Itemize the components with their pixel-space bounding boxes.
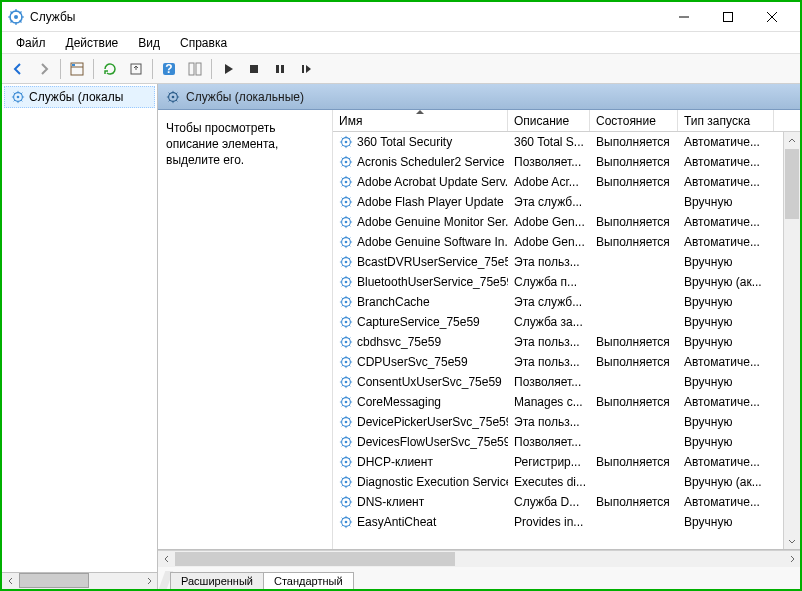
table-row[interactable]: Adobe Flash Player Update ...Эта служб..… <box>333 192 800 212</box>
show-hide-button[interactable] <box>183 57 207 81</box>
table-row[interactable]: CDPUserSvc_75e59Эта польз...ВыполняетсяА… <box>333 352 800 372</box>
cell-desc: Manages c... <box>508 395 590 409</box>
col-name[interactable]: Имя <box>333 110 508 131</box>
svg-point-31 <box>345 221 348 224</box>
svg-rect-17 <box>302 65 304 73</box>
cell-startup: Вручную <box>678 295 774 309</box>
table-row[interactable]: Adobe Genuine Monitor Ser...Adobe Gen...… <box>333 212 800 232</box>
svg-point-55 <box>345 461 348 464</box>
cell-name: CoreMessaging <box>333 395 508 409</box>
start-button[interactable] <box>216 57 240 81</box>
table-row[interactable]: ConsentUxUserSvc_75e59Позволяет...Вручну… <box>333 372 800 392</box>
table-row[interactable]: BranchCacheЭта служб...Вручную <box>333 292 800 312</box>
menu-view[interactable]: Вид <box>128 34 170 52</box>
cell-desc: 360 Total S... <box>508 135 590 149</box>
cell-state: Выполняется <box>590 155 678 169</box>
scroll-thumb[interactable] <box>175 552 455 566</box>
cell-desc: Эта польз... <box>508 335 590 349</box>
cell-startup: Автоматиче... <box>678 395 774 409</box>
scroll-track[interactable] <box>175 551 783 567</box>
table-row[interactable]: BcastDVRUserService_75e59Эта польз...Вру… <box>333 252 800 272</box>
scroll-left-icon[interactable] <box>158 551 175 567</box>
cell-name: 360 Total Security <box>333 135 508 149</box>
table-row[interactable]: Diagnostic Execution ServiceExecutes di.… <box>333 472 800 492</box>
window-title: Службы <box>30 10 662 24</box>
horizontal-scrollbar[interactable] <box>158 550 800 567</box>
table-row[interactable]: CoreMessagingManages c...ВыполняетсяАвто… <box>333 392 800 412</box>
gear-icon <box>339 515 353 529</box>
scroll-right-icon[interactable] <box>783 551 800 567</box>
minimize-button[interactable] <box>662 2 706 32</box>
pause-button[interactable] <box>268 57 292 81</box>
properties-button[interactable] <box>65 57 89 81</box>
view-tabs: Расширенный Стандартный <box>158 567 800 589</box>
category-title: Службы (локальные) <box>186 90 304 104</box>
cell-state: Выполняется <box>590 215 678 229</box>
export-button[interactable] <box>124 57 148 81</box>
table-row[interactable]: cbdhsvc_75e59Эта польз...ВыполняетсяВруч… <box>333 332 800 352</box>
restart-button[interactable] <box>294 57 318 81</box>
column-headers: Имя Описание Состояние Тип запуска <box>333 110 800 132</box>
stop-button[interactable] <box>242 57 266 81</box>
scroll-right-icon[interactable] <box>140 573 157 589</box>
menu-help[interactable]: Справка <box>170 34 237 52</box>
cell-desc: Служба п... <box>508 275 590 289</box>
table-row[interactable]: Adobe Acrobat Update Serv...Adobe Acr...… <box>333 172 800 192</box>
col-state[interactable]: Состояние <box>590 110 678 131</box>
gear-icon <box>11 90 25 104</box>
table-row[interactable]: DNS-клиентСлужба D...ВыполняетсяАвтомати… <box>333 492 800 512</box>
table-row[interactable]: EasyAntiCheatProvides in...Вручную <box>333 512 800 532</box>
gear-icon <box>339 455 353 469</box>
table-row[interactable]: CaptureService_75e59Служба за...Вручную <box>333 312 800 332</box>
cell-desc: Позволяет... <box>508 375 590 389</box>
table-row[interactable]: 360 Total Security360 Total S...Выполняе… <box>333 132 800 152</box>
scroll-thumb[interactable] <box>785 149 799 219</box>
scroll-left-icon[interactable] <box>2 573 19 589</box>
tree-root-item[interactable]: Службы (локалы <box>4 86 155 108</box>
svg-point-41 <box>345 321 348 324</box>
svg-rect-8 <box>72 64 75 66</box>
svg-rect-3 <box>724 12 733 21</box>
scroll-up-icon[interactable] <box>784 132 800 149</box>
toolbar: ? <box>2 54 800 84</box>
maximize-button[interactable] <box>706 2 750 32</box>
table-row[interactable]: Adobe Genuine Software In...Adobe Gen...… <box>333 232 800 252</box>
svg-point-19 <box>17 96 20 99</box>
scroll-thumb[interactable] <box>19 573 89 588</box>
refresh-button[interactable] <box>98 57 122 81</box>
table-row[interactable]: DevicesFlowUserSvc_75e59Позволяет...Вруч… <box>333 432 800 452</box>
cell-name: CaptureService_75e59 <box>333 315 508 329</box>
cell-name: Adobe Genuine Software In... <box>333 235 508 249</box>
forward-button[interactable] <box>32 57 56 81</box>
cell-startup: Вручную <box>678 195 774 209</box>
tree-hscroll[interactable] <box>2 572 157 589</box>
gear-icon <box>339 275 353 289</box>
svg-point-35 <box>345 261 348 264</box>
help-button[interactable]: ? <box>157 57 181 81</box>
cell-desc: Provides in... <box>508 515 590 529</box>
services-list: Имя Описание Состояние Тип запуска 360 T… <box>333 110 800 549</box>
svg-text:?: ? <box>165 62 172 76</box>
table-row[interactable]: Acronis Scheduler2 ServiceПозволяет...Вы… <box>333 152 800 172</box>
close-button[interactable] <box>750 2 794 32</box>
table-row[interactable]: DHCP-клиентРегистрир...ВыполняетсяАвтома… <box>333 452 800 472</box>
menu-action[interactable]: Действие <box>56 34 129 52</box>
back-button[interactable] <box>6 57 30 81</box>
scroll-track[interactable] <box>784 149 800 532</box>
cell-name: cbdhsvc_75e59 <box>333 335 508 349</box>
col-description[interactable]: Описание <box>508 110 590 131</box>
col-startup[interactable]: Тип запуска <box>678 110 774 131</box>
scroll-down-icon[interactable] <box>784 532 800 549</box>
cell-startup: Вручную <box>678 315 774 329</box>
tab-extended[interactable]: Расширенный <box>170 572 264 589</box>
menu-file[interactable]: Файл <box>6 34 56 52</box>
cell-desc: Эта польз... <box>508 255 590 269</box>
svg-point-37 <box>345 281 348 284</box>
table-row[interactable]: BluetoothUserService_75e59Служба п...Вру… <box>333 272 800 292</box>
table-row[interactable]: DevicePickerUserSvc_75e59Эта польз...Вру… <box>333 412 800 432</box>
cell-desc: Служба D... <box>508 495 590 509</box>
cell-name: Adobe Acrobat Update Serv... <box>333 175 508 189</box>
gear-icon <box>339 155 353 169</box>
tab-standard[interactable]: Стандартный <box>263 572 354 589</box>
vertical-scrollbar[interactable] <box>783 132 800 549</box>
